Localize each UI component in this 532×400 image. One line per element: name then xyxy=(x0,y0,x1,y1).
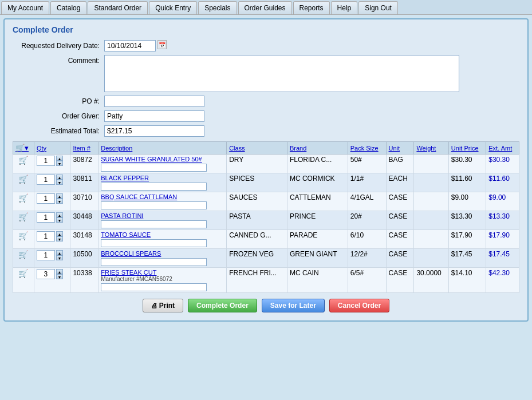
nav-tab-reports[interactable]: Reports xyxy=(293,1,330,14)
unit-cell: CASE xyxy=(386,192,414,211)
row-cart-icon-cell: 🛒 xyxy=(13,192,34,211)
save-for-later-button[interactable]: Save for Later xyxy=(262,299,325,312)
cart-icon[interactable]: 🛒 xyxy=(18,175,28,184)
nav-tab-standard-order[interactable]: Standard Order xyxy=(88,1,148,14)
description-link[interactable]: SUGAR WHITE GRANULATED 50# xyxy=(101,156,224,163)
qty-up-button[interactable]: ▲ xyxy=(56,250,63,255)
qty-input[interactable] xyxy=(37,156,55,166)
description-note-input[interactable] xyxy=(101,220,207,228)
nav-tab-order-guides[interactable]: Order Guides xyxy=(238,1,292,14)
nav-tab-sign-out[interactable]: Sign Out xyxy=(358,1,398,14)
qty-up-button[interactable]: ▲ xyxy=(56,175,63,180)
qty-cell: ▲ ▼ xyxy=(34,211,70,230)
qty-input[interactable] xyxy=(37,193,55,204)
complete-order-button[interactable]: Complete Order xyxy=(188,299,257,312)
description-note: Manufacturer #MCAN56072 xyxy=(101,276,224,282)
qty-col-header[interactable]: Qty xyxy=(34,142,70,155)
cart-icon[interactable]: 🛒 xyxy=(18,231,28,240)
description-note-input[interactable] xyxy=(101,183,207,191)
cart-icon[interactable]: 🛒 xyxy=(18,193,28,203)
icon-col-header[interactable]: 🛒▾ xyxy=(13,142,34,155)
qty-input[interactable] xyxy=(37,269,55,279)
table-row: 🛒 ▲ ▼ 30811BLACK PEPPERSPICESMC CORMICK1… xyxy=(13,173,519,192)
brand-cell: CATTLEMAN xyxy=(287,192,348,211)
cart-icon[interactable]: 🛒 xyxy=(18,156,28,165)
unit-price-cell: $17.45 xyxy=(448,249,486,268)
qty-input[interactable] xyxy=(37,250,55,260)
brand-cell: FLORIDA C... xyxy=(287,155,348,173)
unit-cell: CASE xyxy=(386,268,414,293)
qty-down-button[interactable]: ▼ xyxy=(56,255,63,260)
qty-up-button[interactable]: ▲ xyxy=(56,156,63,161)
qty-down-button[interactable]: ▼ xyxy=(56,161,63,166)
unit-cell: BAG xyxy=(386,155,414,173)
qty-spinner: ▲ ▼ xyxy=(56,156,63,166)
brand-cell: GREEN GIANT xyxy=(287,249,348,268)
weight-col-header[interactable]: Weight xyxy=(414,142,448,155)
cart-icon[interactable]: 🛒 xyxy=(18,250,28,259)
extamt-col-header[interactable]: Ext. Amt xyxy=(486,142,519,155)
unit-cell: CASE xyxy=(386,249,414,268)
qty-down-button[interactable]: ▼ xyxy=(56,180,63,185)
main-content: Complete Order Requested Delivery Date: … xyxy=(0,15,532,325)
qty-down-button[interactable]: ▼ xyxy=(56,274,63,279)
class-cell: DRY xyxy=(227,155,287,173)
unit-cell: CASE xyxy=(386,230,414,249)
nav-tab-my-account[interactable]: My Account xyxy=(1,1,49,14)
description-note-input[interactable] xyxy=(101,201,207,209)
description-note-input[interactable] xyxy=(101,239,207,247)
description-link[interactable]: FRIES STEAK CUT xyxy=(101,269,224,276)
ext-amt-cell: $9.00 xyxy=(486,192,519,211)
cart-icon[interactable]: 🛒 xyxy=(18,212,28,221)
unit-price-cell: $13.30 xyxy=(448,211,486,230)
item-number-cell: 30872 xyxy=(70,155,98,173)
order-giver-input[interactable] xyxy=(104,110,204,122)
po-input[interactable] xyxy=(104,96,204,107)
nav-tab-quick-entry[interactable]: Quick Entry xyxy=(149,1,197,14)
class-cell: FRENCH FRI... xyxy=(227,268,287,293)
unit-col-header[interactable]: Unit xyxy=(386,142,414,155)
unit-price-cell: $30.30 xyxy=(448,155,486,173)
description-note-input[interactable] xyxy=(101,258,207,266)
qty-input[interactable] xyxy=(37,175,55,185)
qty-up-button[interactable]: ▲ xyxy=(56,212,63,217)
nav-tab-help[interactable]: Help xyxy=(331,1,358,14)
description-link[interactable]: PASTA ROTINI xyxy=(101,212,224,219)
cart-menu-icon[interactable]: 🛒▾ xyxy=(15,144,29,152)
description-link[interactable]: TOMATO SAUCE xyxy=(101,231,224,238)
desc-col-header[interactable]: Description xyxy=(98,142,227,155)
unit-price-cell: $14.10 xyxy=(448,268,486,293)
qty-down-button[interactable]: ▼ xyxy=(56,217,63,223)
row-cart-icon-cell: 🛒 xyxy=(13,249,34,268)
uprice-col-header[interactable]: Unit Price xyxy=(448,142,486,155)
qty-up-button[interactable]: ▲ xyxy=(56,231,63,236)
description-link[interactable]: BLACK PEPPER xyxy=(101,175,224,181)
weight-cell xyxy=(414,192,448,211)
description-link[interactable]: BBQ SAUCE CATTLEMAN xyxy=(101,193,224,200)
pack-size-cell: 1/1# xyxy=(348,173,386,192)
qty-down-button[interactable]: ▼ xyxy=(56,199,63,204)
qty-up-button[interactable]: ▲ xyxy=(56,193,63,199)
delivery-date-input[interactable] xyxy=(104,40,156,52)
qty-down-button[interactable]: ▼ xyxy=(56,236,63,241)
qty-input[interactable] xyxy=(37,212,55,223)
qty-input[interactable] xyxy=(37,231,55,241)
navigation-tabs: My AccountCatalogStandard OrderQuick Ent… xyxy=(0,0,532,15)
calendar-icon[interactable]: 📅 xyxy=(157,40,167,49)
description-note-input[interactable] xyxy=(101,283,207,291)
description-link[interactable]: BROCCOLI SPEARS xyxy=(101,250,224,257)
nav-tab-specials[interactable]: Specials xyxy=(198,1,237,14)
comment-input[interactable] xyxy=(104,55,459,92)
print-button[interactable]: 🖨Print xyxy=(143,299,183,312)
cancel-order-button[interactable]: Cancel Order xyxy=(329,299,389,312)
nav-tab-catalog[interactable]: Catalog xyxy=(50,1,86,14)
qty-up-button[interactable]: ▲ xyxy=(56,269,63,274)
cart-icon[interactable]: 🛒 xyxy=(18,269,28,278)
item-col-header[interactable]: Item # xyxy=(70,142,98,155)
brand-col-header[interactable]: Brand xyxy=(287,142,348,155)
unit-price-cell: $11.60 xyxy=(448,173,486,192)
description-note-input[interactable] xyxy=(101,164,207,172)
class-col-header[interactable]: Class xyxy=(227,142,287,155)
pack-col-header[interactable]: Pack Size xyxy=(348,142,386,155)
qty-spinner: ▲ ▼ xyxy=(56,212,63,223)
